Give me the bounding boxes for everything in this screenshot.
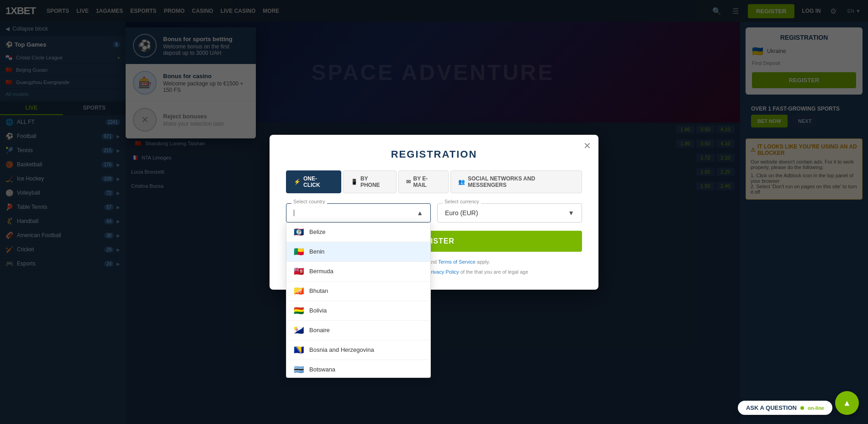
country-item-bosnia[interactable]: 🇧🇦 Bosnia and Herzegovina: [286, 340, 430, 360]
country-dropdown-trigger[interactable]: ▲: [286, 203, 431, 223]
modal-title: REGISTRATION: [286, 148, 582, 160]
tab-social[interactable]: 👥 SOCIAL NETWORKS AND MESSENGERS: [450, 170, 582, 193]
lightning-icon: ⚡: [294, 179, 301, 185]
country-item-benin[interactable]: 🇧🇯 Benin: [286, 242, 430, 262]
tab-by-email[interactable]: ✉ BY E-MAIL: [398, 170, 449, 193]
modal-overlay[interactable]: ✕ REGISTRATION ⚡ ONE-CLICK 📱 BY PHONE ✉ …: [0, 0, 868, 424]
ask-question-bar[interactable]: ASK A QUESTION on-line: [738, 401, 832, 415]
currency-select-group: Select currency Euro (EUR) ▼: [437, 203, 582, 223]
currency-label: Select currency: [443, 199, 481, 204]
country-label: Select country: [291, 199, 327, 204]
country-item-bhutan[interactable]: 🇧🇹 Bhutan: [286, 281, 430, 301]
footer-apply: apply.: [477, 259, 490, 265]
flag-icon: 🇧🇶: [294, 325, 304, 335]
currency-dropdown-trigger[interactable]: Euro (EUR) ▼: [437, 203, 582, 223]
country-select-group: Select country ▲ 🇧🇿 Belize 🇧🇯 Beni: [286, 203, 431, 223]
country-selected-value: [294, 210, 294, 216]
country-item-bermuda[interactable]: 🇧🇲 Bermuda: [286, 262, 430, 281]
flag-icon: 🇧🇿: [294, 227, 304, 237]
chat-button[interactable]: ▲: [835, 391, 859, 415]
text-cursor: [294, 210, 294, 216]
online-label: on-line: [808, 405, 824, 411]
country-item-belize[interactable]: 🇧🇿 Belize: [286, 223, 430, 242]
flag-icon: 🇧🇯: [294, 247, 304, 257]
chat-icon: ▲: [843, 398, 851, 408]
country-item-bonaire[interactable]: 🇧🇶 Bonaire: [286, 321, 430, 340]
form-row: Select country ▲ 🇧🇿 Belize 🇧🇯 Beni: [286, 203, 582, 223]
social-icon: 👥: [458, 179, 465, 185]
chevron-down-icon: ▼: [568, 209, 574, 217]
email-icon: ✉: [406, 179, 411, 185]
online-indicator: [800, 406, 804, 410]
chevron-up-icon: ▲: [417, 209, 423, 217]
tab-by-phone[interactable]: 📱 BY PHONE: [343, 170, 397, 193]
tab-one-click[interactable]: ⚡ ONE-CLICK: [286, 170, 341, 193]
country-dropdown: 🇧🇿 Belize 🇧🇯 Benin 🇧🇲 Bermuda 🇧🇹 Bhutan: [286, 223, 431, 378]
flag-icon: 🇧🇼: [294, 365, 304, 375]
modal-close-button[interactable]: ✕: [583, 141, 591, 150]
flag-icon: 🇧🇴: [294, 306, 304, 316]
currency-selected-value: Euro (EUR): [445, 209, 478, 217]
terms-service-link[interactable]: Terms of Service: [438, 259, 476, 265]
country-item-botswana[interactable]: 🇧🇼 Botswana: [286, 360, 430, 378]
flag-icon: 🇧🇦: [294, 345, 304, 355]
phone-icon: 📱: [351, 179, 358, 185]
privacy-link[interactable]: Privacy Policy: [428, 269, 459, 275]
ask-question-label: ASK A QUESTION: [746, 404, 797, 411]
flag-icon: 🇧🇹: [294, 286, 304, 296]
registration-tabs: ⚡ ONE-CLICK 📱 BY PHONE ✉ BY E-MAIL 👥 SOC…: [286, 170, 582, 193]
flag-icon: 🇧🇲: [294, 266, 304, 276]
country-item-bolivia[interactable]: 🇧🇴 Bolivia: [286, 301, 430, 321]
registration-modal: ✕ REGISTRATION ⚡ ONE-CLICK 📱 BY PHONE ✉ …: [270, 135, 598, 290]
